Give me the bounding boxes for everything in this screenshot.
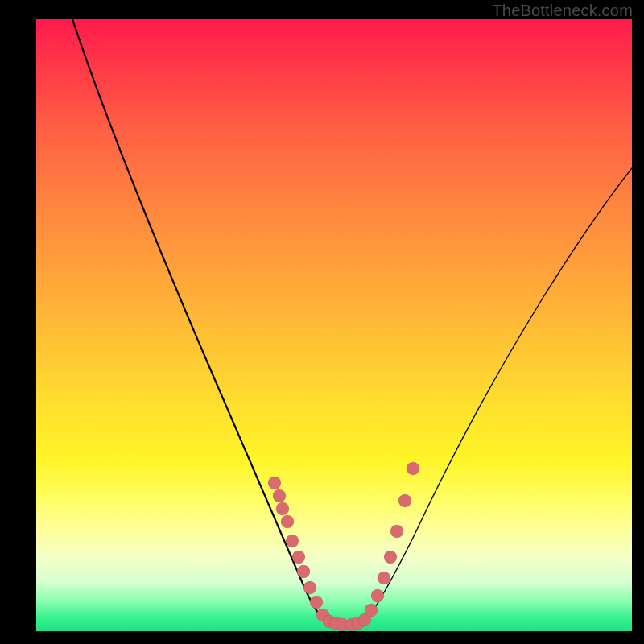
svg-point-5 bbox=[292, 551, 305, 564]
svg-point-21 bbox=[398, 494, 411, 507]
svg-point-2 bbox=[276, 502, 289, 515]
svg-point-7 bbox=[303, 581, 316, 594]
svg-point-1 bbox=[273, 489, 286, 502]
right-curve bbox=[365, 168, 632, 621]
watermark-text: TheBottleneck.com bbox=[492, 2, 633, 20]
svg-point-22 bbox=[407, 462, 419, 475]
svg-point-17 bbox=[371, 589, 384, 602]
chart-frame: TheBottleneck.com bbox=[0, 0, 644, 644]
svg-point-0 bbox=[268, 477, 281, 489]
svg-point-19 bbox=[384, 551, 397, 564]
svg-point-4 bbox=[286, 535, 299, 547]
svg-point-16 bbox=[365, 604, 378, 617]
left-dot-cluster bbox=[268, 477, 349, 631]
svg-point-3 bbox=[281, 515, 294, 528]
curve-layer bbox=[36, 19, 632, 631]
plot-area bbox=[36, 19, 632, 631]
svg-point-20 bbox=[390, 525, 403, 538]
svg-point-6 bbox=[297, 565, 310, 578]
left-curve bbox=[72, 19, 326, 621]
svg-point-18 bbox=[378, 572, 390, 584]
svg-point-8 bbox=[310, 596, 323, 609]
